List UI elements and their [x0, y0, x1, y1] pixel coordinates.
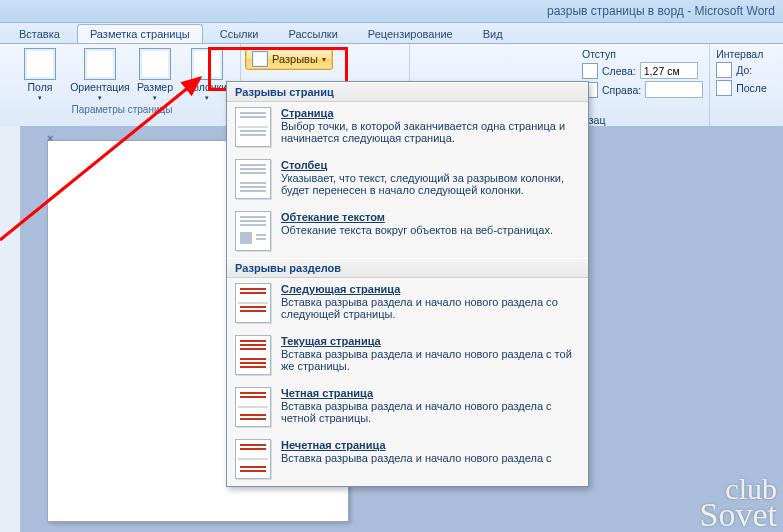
tab-references[interactable]: Ссылки — [207, 24, 272, 43]
section-odd-icon — [235, 439, 271, 479]
close-icon[interactable]: × — [47, 132, 59, 144]
break-evenpage-item[interactable]: Четная страница Вставка разрыва раздела … — [227, 382, 588, 434]
textwrap-break-icon — [235, 211, 271, 251]
indent-group: Отступ Слева: Справа: Абзац — [576, 44, 710, 127]
tab-page-layout[interactable]: Разметка страницы — [77, 24, 203, 43]
vertical-ruler — [0, 126, 21, 532]
dropdown-section-header: Разрывы страниц — [227, 82, 588, 102]
orientation-icon — [84, 48, 116, 80]
window-title: разрыв страницы в ворд - Microsoft Word — [547, 4, 775, 18]
spacing-after-icon — [716, 80, 732, 96]
spacing-before-icon — [716, 62, 732, 78]
margins-button[interactable]: Поля ▾ — [10, 46, 70, 102]
break-column-item[interactable]: Столбец Указывает, что текст, следующий … — [227, 154, 588, 206]
break-page-item[interactable]: Страница Выбор точки, в которой заканчив… — [227, 102, 588, 154]
breaks-dropdown: Разрывы страниц Страница Выбор точки, в … — [226, 81, 589, 487]
tab-insert[interactable]: Вставка — [6, 24, 73, 43]
tab-review[interactable]: Рецензирование — [355, 24, 466, 43]
page-setup-caption: Параметры страницы — [8, 102, 236, 116]
ribbon-tabs: Вставка Разметка страницы Ссылки Рассылк… — [0, 23, 783, 44]
break-oddpage-item[interactable]: Нечетная страница Вставка разрыва раздел… — [227, 434, 588, 486]
column-break-icon — [235, 159, 271, 199]
size-button[interactable]: Размер ▾ — [130, 46, 180, 102]
break-textwrap-item[interactable]: Обтекание текстом Обтекание текста вокру… — [227, 206, 588, 258]
title-bar: разрыв страницы в ворд - Microsoft Word — [0, 0, 783, 23]
page-break-icon — [235, 107, 271, 147]
break-continuous-item[interactable]: Текущая страница Вставка разрыва раздела… — [227, 330, 588, 382]
chevron-down-icon: ▾ — [322, 55, 326, 64]
section-continuous-icon — [235, 335, 271, 375]
chevron-down-icon: ▾ — [205, 94, 209, 102]
size-icon — [139, 48, 171, 80]
breaks-icon — [252, 51, 268, 67]
chevron-down-icon: ▾ — [98, 94, 102, 102]
indent-left-icon — [582, 63, 598, 79]
paragraph-caption: Абзац — [576, 114, 709, 126]
section-next-icon — [235, 283, 271, 323]
break-nextpage-item[interactable]: Следующая страница Вставка разрыва разде… — [227, 278, 588, 330]
margins-icon — [24, 48, 56, 80]
tab-view[interactable]: Вид — [470, 24, 516, 43]
columns-icon — [191, 48, 223, 80]
orientation-button[interactable]: Ориентация ▾ — [70, 46, 130, 102]
section-even-icon — [235, 387, 271, 427]
indent-right-input[interactable] — [645, 81, 703, 98]
chevron-down-icon: ▾ — [153, 94, 157, 102]
chevron-down-icon: ▾ — [38, 94, 42, 102]
spacing-group: Интервал До: После — [710, 44, 773, 127]
breaks-button[interactable]: Разрывы ▾ — [245, 48, 333, 70]
dropdown-section-header: Разрывы разделов — [227, 258, 588, 278]
tab-mailings[interactable]: Рассылки — [275, 24, 350, 43]
indent-left-input[interactable] — [640, 62, 698, 79]
